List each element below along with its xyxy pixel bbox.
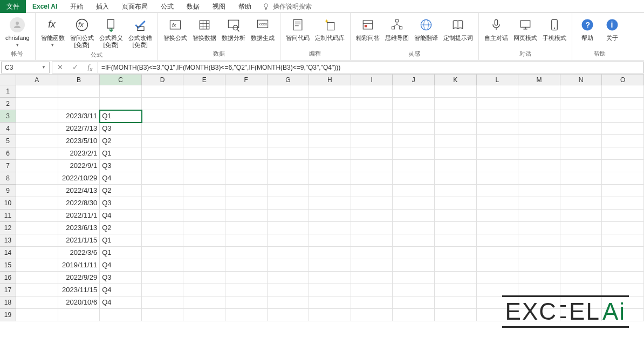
cell-J4[interactable] [393, 123, 435, 135]
cell-L1[interactable] [477, 85, 519, 98]
cell-K10[interactable] [435, 197, 477, 210]
cell-O13[interactable] [602, 234, 644, 247]
cell-G11[interactable] [268, 210, 310, 222]
cell-E4[interactable] [183, 123, 225, 135]
cell-C17[interactable]: Q4 [100, 284, 142, 296]
cell-B5[interactable]: 2023/5/10 [58, 135, 100, 147]
cell-G13[interactable] [268, 234, 310, 247]
cell-D16[interactable] [142, 272, 184, 284]
cell-A5[interactable] [16, 135, 58, 147]
cell-J10[interactable] [393, 197, 435, 210]
column-header-H[interactable]: H [309, 75, 351, 85]
cell-G2[interactable] [268, 98, 310, 110]
cell-G14[interactable] [268, 247, 310, 259]
cell-O17[interactable] [602, 284, 644, 296]
cell-E5[interactable] [183, 135, 225, 147]
cell-G10[interactable] [268, 197, 310, 210]
cell-F8[interactable] [225, 172, 268, 185]
column-header-N[interactable]: N [560, 75, 602, 85]
cell-C14[interactable]: Q1 [100, 247, 142, 259]
cell-H16[interactable] [309, 272, 351, 284]
fix-formula-button[interactable]: 公式改错 [免费] [126, 15, 154, 50]
cell-C16[interactable]: Q3 [100, 272, 142, 284]
cell-F16[interactable] [225, 272, 268, 284]
cell-J1[interactable] [393, 85, 435, 98]
cell-I17[interactable] [351, 284, 393, 296]
cell-F7[interactable] [225, 160, 268, 172]
row-header-19[interactable]: 19 [0, 309, 16, 321]
cell-N12[interactable] [560, 222, 602, 234]
cancel-button[interactable]: ✕ [52, 62, 67, 73]
cell-I13[interactable] [351, 234, 393, 247]
cell-K7[interactable] [435, 160, 477, 172]
cell-J7[interactable] [393, 160, 435, 172]
cell-C2[interactable] [100, 98, 142, 110]
ask-formula-button[interactable]: fx 智问公式 [免费] [68, 15, 96, 50]
row-header-7[interactable]: 7 [0, 160, 16, 172]
column-header-J[interactable]: J [393, 75, 435, 85]
cell-A11[interactable] [16, 210, 58, 222]
cell-B15[interactable]: 2019/11/11 [58, 259, 100, 272]
tab-data[interactable]: 数据 [180, 0, 206, 13]
cell-D19[interactable] [142, 309, 184, 321]
cell-M9[interactable] [518, 185, 560, 197]
mindmap-button[interactable]: 思维导图 [383, 15, 411, 43]
cell-I8[interactable] [351, 172, 393, 185]
cell-H8[interactable] [309, 172, 351, 185]
cell-N13[interactable] [560, 234, 602, 247]
cell-E13[interactable] [183, 234, 225, 247]
cell-E15[interactable] [183, 259, 225, 272]
cell-M18[interactable] [518, 296, 560, 309]
cell-B8[interactable]: 2022/10/29 [58, 172, 100, 185]
cell-E8[interactable] [183, 172, 225, 185]
cell-O10[interactable] [602, 197, 644, 210]
analyze-button[interactable]: 数据分析 [220, 15, 248, 43]
cell-O5[interactable] [602, 135, 644, 147]
cell-E6[interactable] [183, 147, 225, 160]
cell-B3[interactable]: 2023/3/11 [58, 110, 100, 123]
cell-E12[interactable] [183, 222, 225, 234]
cell-E1[interactable] [183, 85, 225, 98]
cell-F13[interactable] [225, 234, 268, 247]
cell-A1[interactable] [16, 85, 58, 98]
cell-J15[interactable] [393, 259, 435, 272]
cell-G18[interactable] [268, 296, 310, 309]
cell-H7[interactable] [309, 160, 351, 172]
cell-G4[interactable] [268, 123, 310, 135]
tab-file[interactable]: 文件 [0, 0, 26, 13]
cell-M3[interactable] [518, 110, 560, 123]
cell-C18[interactable]: Q4 [100, 296, 142, 309]
cell-L9[interactable] [477, 185, 519, 197]
row-header-1[interactable]: 1 [0, 85, 16, 98]
cell-D3[interactable] [142, 110, 184, 123]
cell-C5[interactable]: Q2 [100, 135, 142, 147]
cell-B18[interactable]: 2020/10/6 [58, 296, 100, 309]
cell-C13[interactable]: Q1 [100, 234, 142, 247]
cell-J17[interactable] [393, 284, 435, 296]
cell-M19[interactable] [518, 309, 560, 321]
cell-E19[interactable] [183, 309, 225, 321]
column-header-I[interactable]: I [351, 75, 393, 85]
cell-L8[interactable] [477, 172, 519, 185]
cell-M4[interactable] [518, 123, 560, 135]
cell-N6[interactable] [560, 147, 602, 160]
cell-L5[interactable] [477, 135, 519, 147]
cell-F9[interactable] [225, 185, 268, 197]
cell-A16[interactable] [16, 272, 58, 284]
cell-M11[interactable] [518, 210, 560, 222]
cell-G9[interactable] [268, 185, 310, 197]
cell-A12[interactable] [16, 222, 58, 234]
row-header-2[interactable]: 2 [0, 98, 16, 110]
cell-N9[interactable] [560, 185, 602, 197]
cell-G3[interactable] [268, 110, 310, 123]
cell-H4[interactable] [309, 123, 351, 135]
cell-J3[interactable] [393, 110, 435, 123]
help-button[interactable]: ? 帮助 [576, 15, 599, 43]
cell-M15[interactable] [518, 259, 560, 272]
cell-L14[interactable] [477, 247, 519, 259]
cell-O9[interactable] [602, 185, 644, 197]
cell-C15[interactable]: Q4 [100, 259, 142, 272]
cells-area[interactable]: 2023/3/11Q12022/7/13Q32023/5/10Q22023/2/… [16, 85, 644, 344]
cell-F18[interactable] [225, 296, 268, 309]
cell-N19[interactable] [560, 309, 602, 321]
